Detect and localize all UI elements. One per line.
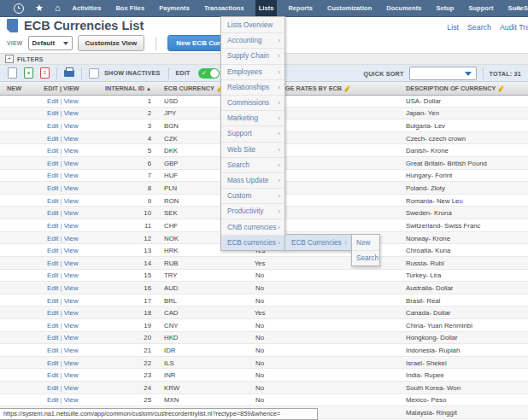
- view-link[interactable]: View: [64, 160, 79, 167]
- view-link[interactable]: View: [64, 309, 79, 317]
- nav-item-setup[interactable]: Setup: [432, 0, 457, 16]
- submenu-item-search[interactable]: Search: [352, 250, 379, 265]
- col-header-ecb-currency[interactable]: ECB CURRENCY: [154, 85, 220, 92]
- show-inactives-checkbox[interactable]: [89, 68, 99, 79]
- view-link[interactable]: View: [64, 172, 79, 179]
- edit-link[interactable]: Edit: [47, 260, 58, 267]
- edit-link[interactable]: Edit: [47, 322, 58, 330]
- view-link[interactable]: View: [64, 284, 79, 292]
- edit-link[interactable]: Edit: [47, 396, 58, 404]
- star-icon[interactable]: ★: [35, 0, 44, 16]
- view-link[interactable]: View: [64, 260, 79, 267]
- view-link[interactable]: View: [64, 184, 79, 192]
- menu-item-ecb-currencies[interactable]: ECB currencies›: [221, 235, 285, 250]
- menu-item-commissions[interactable]: Commissions›: [221, 95, 285, 110]
- csv-export-icon[interactable]: [8, 67, 17, 79]
- nav-item-support[interactable]: Support: [465, 0, 496, 16]
- view-select[interactable]: Default: [28, 36, 73, 50]
- view-link[interactable]: View: [64, 359, 79, 367]
- navbar-more-icon[interactable]: ...: [511, 0, 525, 14]
- nav-item-customization[interactable]: Customization: [324, 0, 375, 16]
- menu-item-support[interactable]: Support›: [221, 125, 285, 141]
- edit-link[interactable]: Edit: [47, 271, 58, 279]
- view-link[interactable]: View: [64, 135, 79, 143]
- view-link[interactable]: View: [64, 97, 79, 105]
- menu-item-mass-update[interactable]: Mass Update›: [221, 172, 285, 188]
- edit-link[interactable]: Edit: [47, 147, 58, 155]
- search-link[interactable]: Search: [467, 23, 491, 32]
- expand-filters-icon[interactable]: +: [5, 55, 14, 63]
- print-icon[interactable]: [64, 70, 74, 77]
- menu-item-custom[interactable]: Custom›: [221, 188, 285, 203]
- edit-link[interactable]: Edit: [47, 184, 58, 192]
- view-link[interactable]: View: [64, 322, 79, 330]
- customize-view-button[interactable]: Customize View: [78, 35, 145, 51]
- edit-link[interactable]: Edit: [47, 297, 58, 305]
- menu-item-cnb-currencies[interactable]: CNB currencies›: [221, 219, 285, 234]
- menu-item-productivity[interactable]: Productivity›: [221, 203, 285, 219]
- view-link[interactable]: View: [64, 209, 79, 217]
- col-header-edit-view[interactable]: EDIT | VIEW: [34, 85, 89, 92]
- edit-link[interactable]: Edit: [47, 160, 58, 167]
- edit-link[interactable]: Edit: [47, 359, 58, 367]
- col-header-description[interactable]: DESCRIPTION OF CURRENCY: [299, 85, 528, 92]
- view-link[interactable]: View: [64, 384, 79, 392]
- excel-export-icon[interactable]: x: [24, 67, 33, 79]
- view-link[interactable]: View: [64, 222, 79, 230]
- edit-link[interactable]: Edit: [47, 371, 58, 379]
- nav-item-transactions[interactable]: Transactions: [201, 0, 248, 16]
- view-link[interactable]: View: [64, 347, 79, 354]
- edit-toggle[interactable]: ✓: [198, 68, 220, 79]
- submenu-item-ecb-currencies[interactable]: ECB Currencies ›: [285, 235, 351, 250]
- menu-item-web-site[interactable]: Web Site›: [221, 142, 285, 157]
- nav-item-box-files[interactable]: Box Files: [112, 0, 148, 16]
- view-link[interactable]: View: [64, 235, 79, 242]
- menu-item-accounting[interactable]: Accounting›: [221, 32, 285, 48]
- edit-link[interactable]: Edit: [47, 235, 58, 242]
- menu-item-supply-chain[interactable]: Supply Chain›: [221, 48, 285, 63]
- view-link[interactable]: View: [64, 371, 79, 379]
- home-icon[interactable]: ⌂: [55, 0, 61, 16]
- audit-trail-link[interactable]: Audit Trail: [500, 23, 528, 32]
- nav-item-reports[interactable]: Reports: [285, 0, 316, 16]
- edit-link[interactable]: Edit: [47, 135, 58, 143]
- view-link[interactable]: View: [64, 122, 79, 130]
- menu-item-employees[interactable]: Employees›: [221, 64, 285, 79]
- view-link[interactable]: View: [64, 271, 79, 279]
- view-link[interactable]: View: [64, 247, 79, 254]
- nav-item-lists[interactable]: Lists: [255, 0, 278, 16]
- edit-link[interactable]: Edit: [47, 209, 58, 217]
- view-link[interactable]: View: [64, 109, 79, 117]
- edit-link[interactable]: Edit: [47, 97, 58, 105]
- edit-link[interactable]: Edit: [47, 247, 58, 254]
- edit-link[interactable]: Edit: [47, 172, 58, 179]
- col-header-new[interactable]: NEW: [0, 85, 34, 92]
- edit-link[interactable]: Edit: [47, 197, 58, 205]
- menu-item-search[interactable]: Search›: [221, 157, 285, 172]
- edit-link[interactable]: Edit: [47, 347, 58, 354]
- pdf-export-icon[interactable]: ≡: [40, 67, 50, 79]
- view-link[interactable]: View: [64, 334, 79, 341]
- nav-item-documents[interactable]: Documents: [383, 0, 425, 16]
- edit-link[interactable]: Edit: [47, 284, 58, 292]
- submenu-item-new[interactable]: New: [352, 235, 379, 250]
- view-link[interactable]: View: [64, 147, 79, 155]
- menu-item-marketing[interactable]: Marketing›: [221, 110, 285, 125]
- col-header-internal-id[interactable]: INTERNAL ID▲: [89, 85, 154, 92]
- edit-link[interactable]: Edit: [47, 122, 58, 130]
- edit-link[interactable]: Edit: [47, 384, 58, 392]
- edit-link[interactable]: Edit: [47, 109, 58, 117]
- quick-sort-select[interactable]: [409, 67, 477, 80]
- menu-item-lists-overview[interactable]: Lists Overview: [221, 17, 285, 32]
- menu-item-relationships[interactable]: Relationships›: [221, 79, 285, 95]
- history-icon[interactable]: [14, 3, 24, 14]
- view-link[interactable]: View: [64, 197, 79, 205]
- edit-link[interactable]: Edit: [47, 222, 58, 230]
- edit-link[interactable]: Edit: [47, 334, 58, 341]
- list-link[interactable]: List: [447, 23, 459, 32]
- edit-link[interactable]: Edit: [47, 309, 58, 317]
- nav-item-payments[interactable]: Payments: [155, 0, 193, 16]
- nav-item-activities[interactable]: Activities: [69, 0, 105, 16]
- view-link[interactable]: View: [64, 396, 79, 404]
- view-link[interactable]: View: [64, 297, 79, 305]
